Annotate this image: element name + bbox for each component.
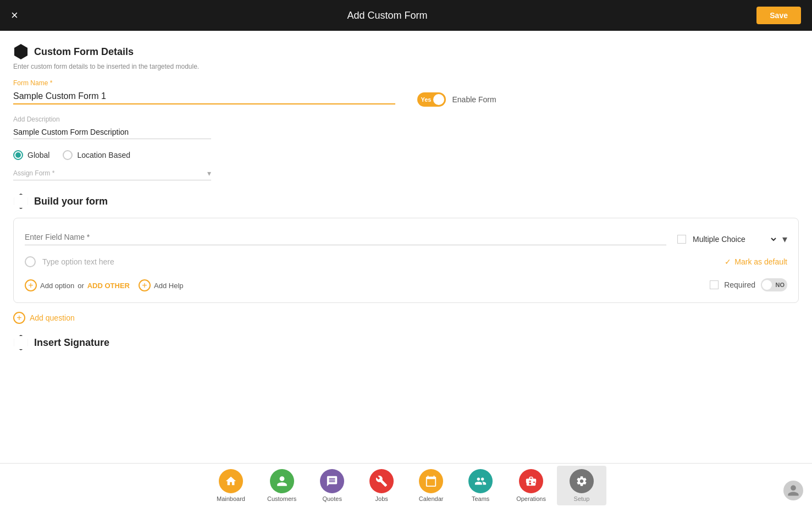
section-title: Custom Form Details [34,46,134,58]
nav-item-quotes[interactable]: Quotes [307,466,357,505]
hex-icon [13,44,29,59]
add-help-icon[interactable]: + [139,279,151,291]
nav-item-operations[interactable]: Operations [505,466,557,505]
customers-icon [270,469,294,493]
toggle-yes-label: Yes [421,96,432,103]
main-content: Custom Form Details Enter custom form de… [0,31,812,463]
bottom-nav: Mainboard Customers Quotes Jobs Calendar [0,463,812,507]
user-avatar[interactable] [783,481,803,500]
required-no-label: NO [776,282,785,288]
description-label: Add Description [13,115,799,123]
add-help-text[interactable]: Add Help [154,282,183,290]
enable-form-group: Yes Enable Form [417,92,799,107]
nav-item-calendar[interactable]: Calendar [406,466,456,505]
add-option-row: + Add option or ADD OTHER + Add Help [25,279,184,291]
form-card: Multiple Choice Short Answer Checkboxes … [13,218,799,303]
build-form-icon [13,194,29,209]
close-button[interactable]: × [11,8,18,23]
assign-dropdown-arrow: ▾ [207,169,211,178]
customers-label: Customers [267,495,296,502]
page-title: Add Custom Form [347,10,428,21]
option-row: Type option text here ✓ Mark as default [25,256,787,267]
enable-form-label: Enable Form [452,95,496,104]
jobs-label: Jobs [375,495,388,502]
form-name-group: Form Name * [13,79,395,104]
bottom-spacer [13,357,799,390]
nav-item-setup[interactable]: Setup [557,466,606,505]
radio-location-label: Location Based [77,151,130,159]
nav-item-jobs[interactable]: Jobs [357,466,406,505]
card-bottom-row: + Add option or ADD OTHER + Add Help Req… [25,274,787,291]
quotes-icon [320,469,344,493]
radio-location-circle [63,150,73,160]
mainboard-icon [219,469,243,493]
teams-icon [468,469,493,493]
add-question-row[interactable]: + Add question [13,312,799,324]
required-checkbox[interactable] [710,280,719,289]
form-name-row: Form Name * Yes Enable Form [13,79,799,107]
radio-global-label: Global [27,151,49,159]
required-label: Required [724,280,755,289]
add-option-text[interactable]: Add option [40,282,74,290]
add-question-icon[interactable]: + [13,312,25,324]
calendar-icon [419,469,443,493]
mark-as-default-row[interactable]: ✓ Mark as default [725,257,787,266]
field-type-group: Multiple Choice Short Answer Checkboxes … [677,233,787,245]
option-radio-circle [25,256,36,267]
checkmark-icon: ✓ [725,257,731,266]
nav-items: Mainboard Customers Quotes Jobs Calendar [206,466,606,505]
jobs-icon [369,469,394,493]
radio-global-circle [13,150,23,160]
nav-item-teams[interactable]: Teams [456,466,505,505]
operations-icon [519,469,543,493]
avatar-wrap [783,481,803,500]
insert-signature-header: Insert Signature [13,335,799,350]
assign-form-select[interactable]: Assign Form * ▾ [13,169,211,180]
radio-global[interactable]: Global [13,150,49,160]
nav-item-mainboard[interactable]: Mainboard [206,466,256,505]
teams-label: Teams [472,495,489,502]
description-group: Add Description [13,115,799,139]
assign-form-group: Assign Form * ▾ [13,169,211,180]
field-type-select[interactable]: Multiple Choice Short Answer Checkboxes … [691,234,778,244]
option-placeholder-text[interactable]: Type option text here [42,257,377,266]
build-form-title: Build your form [34,196,108,207]
operations-label: Operations [516,495,546,502]
build-form-header: Build your form [13,194,799,209]
section-subtitle: Enter custom form details to be inserted… [13,63,799,70]
card-top-row: Multiple Choice Short Answer Checkboxes … [25,229,787,245]
radio-location-based[interactable]: Location Based [63,150,130,160]
required-row: Required NO [710,278,787,291]
field-name-input[interactable] [25,229,666,245]
required-toggle[interactable]: NO [761,278,787,291]
add-option-separator: or [78,282,84,290]
signature-title: Insert Signature [34,337,109,349]
quotes-label: Quotes [322,495,341,502]
calendar-label: Calendar [419,495,444,502]
nav-item-customers[interactable]: Customers [256,466,307,505]
add-option-icon[interactable]: + [25,279,37,291]
assign-form-label: Assign Form * [13,169,54,177]
custom-form-details-header: Custom Form Details [13,44,799,59]
setup-label: Setup [574,495,590,502]
form-name-label: Form Name * [13,79,395,87]
toggle-knob [433,94,444,105]
save-button[interactable]: Save [756,7,801,24]
mark-default-label: Mark as default [734,257,787,266]
description-input[interactable] [13,125,211,139]
required-knob [762,280,772,290]
field-type-checkbox[interactable] [677,235,686,244]
top-header: × Add Custom Form Save [0,0,812,31]
form-name-input[interactable] [13,89,395,104]
setup-icon [570,469,594,493]
enable-toggle[interactable]: Yes [417,92,446,107]
add-other-text[interactable]: ADD OTHER [87,282,130,290]
signature-icon [13,335,29,350]
scope-radio-group: Global Location Based [13,150,799,160]
field-type-arrow: ▾ [782,233,787,245]
add-question-label: Add question [30,313,75,322]
mainboard-label: Mainboard [217,495,245,502]
